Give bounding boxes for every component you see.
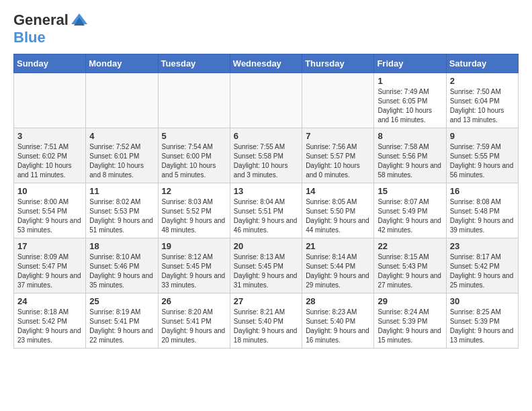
calendar-day-empty <box>302 73 374 128</box>
day-number: 27 <box>234 296 298 306</box>
calendar-day-26: 26Sunrise: 8:20 AM Sunset: 5:41 PM Dayli… <box>158 293 230 349</box>
day-number: 8 <box>378 131 442 141</box>
calendar-day-2: 2Sunrise: 7:50 AM Sunset: 6:04 PM Daylig… <box>446 73 518 128</box>
calendar-day-empty <box>158 73 230 128</box>
calendar-day-29: 29Sunrise: 8:24 AM Sunset: 5:39 PM Dayli… <box>374 293 446 349</box>
calendar-day-30: 30Sunrise: 8:25 AM Sunset: 5:39 PM Dayli… <box>446 293 518 349</box>
weekday-sunday: Sunday <box>14 54 86 73</box>
day-number: 7 <box>306 131 370 141</box>
calendar-day-19: 19Sunrise: 8:12 AM Sunset: 5:45 PM Dayli… <box>158 238 230 293</box>
day-info: Sunrise: 8:18 AM Sunset: 5:42 PM Dayligh… <box>17 308 82 345</box>
calendar-day-empty <box>86 73 158 128</box>
day-info: Sunrise: 8:07 AM Sunset: 5:49 PM Dayligh… <box>378 197 442 235</box>
day-info: Sunrise: 8:19 AM Sunset: 5:41 PM Dayligh… <box>89 308 154 345</box>
day-number: 20 <box>234 241 298 251</box>
calendar-day-4: 4Sunrise: 7:52 AM Sunset: 6:01 PM Daylig… <box>86 128 158 183</box>
calendar-table: SundayMondayTuesdayWednesdayThursdayFrid… <box>13 54 519 349</box>
day-info: Sunrise: 8:20 AM Sunset: 5:41 PM Dayligh… <box>162 308 226 345</box>
day-info: Sunrise: 8:05 AM Sunset: 5:50 PM Dayligh… <box>306 197 370 235</box>
calendar-day-21: 21Sunrise: 8:14 AM Sunset: 5:44 PM Dayli… <box>302 238 374 293</box>
day-info: Sunrise: 7:54 AM Sunset: 6:00 PM Dayligh… <box>162 142 226 180</box>
day-number: 4 <box>89 131 154 141</box>
day-number: 16 <box>450 186 515 196</box>
day-info: Sunrise: 8:04 AM Sunset: 5:51 PM Dayligh… <box>234 197 298 235</box>
day-number: 15 <box>378 186 442 196</box>
day-number: 2 <box>450 76 515 86</box>
day-info: Sunrise: 8:25 AM Sunset: 5:39 PM Dayligh… <box>450 308 515 345</box>
day-number: 28 <box>306 296 370 306</box>
weekday-saturday: Saturday <box>446 54 518 73</box>
page-header: General Blue <box>13 11 519 46</box>
day-number: 30 <box>450 296 515 306</box>
day-info: Sunrise: 7:59 AM Sunset: 5:55 PM Dayligh… <box>450 142 515 180</box>
calendar-day-7: 7Sunrise: 7:56 AM Sunset: 5:57 PM Daylig… <box>302 128 374 183</box>
day-info: Sunrise: 8:14 AM Sunset: 5:44 PM Dayligh… <box>306 253 370 290</box>
day-info: Sunrise: 8:09 AM Sunset: 5:47 PM Dayligh… <box>17 253 82 290</box>
day-number: 13 <box>234 186 298 196</box>
day-info: Sunrise: 8:24 AM Sunset: 5:39 PM Dayligh… <box>378 308 442 345</box>
day-number: 24 <box>17 296 82 306</box>
logo-icon <box>70 11 89 30</box>
day-number: 21 <box>306 241 370 251</box>
calendar-day-12: 12Sunrise: 8:03 AM Sunset: 5:52 PM Dayli… <box>158 183 230 238</box>
weekday-thursday: Thursday <box>302 54 374 73</box>
calendar-day-14: 14Sunrise: 8:05 AM Sunset: 5:50 PM Dayli… <box>302 183 374 238</box>
weekday-header-row: SundayMondayTuesdayWednesdayThursdayFrid… <box>14 54 519 73</box>
logo: General Blue <box>13 11 89 46</box>
day-number: 25 <box>89 296 154 306</box>
day-info: Sunrise: 8:15 AM Sunset: 5:43 PM Dayligh… <box>378 253 442 290</box>
day-info: Sunrise: 7:55 AM Sunset: 5:58 PM Dayligh… <box>234 142 298 180</box>
weekday-monday: Monday <box>86 54 158 73</box>
day-info: Sunrise: 7:51 AM Sunset: 6:02 PM Dayligh… <box>17 142 82 180</box>
day-info: Sunrise: 7:49 AM Sunset: 6:05 PM Dayligh… <box>378 87 442 125</box>
day-number: 29 <box>378 296 442 306</box>
calendar-day-28: 28Sunrise: 8:23 AM Sunset: 5:40 PM Dayli… <box>302 293 374 349</box>
day-number: 14 <box>306 186 370 196</box>
day-number: 5 <box>162 131 226 141</box>
calendar-day-11: 11Sunrise: 8:02 AM Sunset: 5:53 PM Dayli… <box>86 183 158 238</box>
day-info: Sunrise: 8:08 AM Sunset: 5:48 PM Dayligh… <box>450 197 515 235</box>
day-info: Sunrise: 7:52 AM Sunset: 6:01 PM Dayligh… <box>89 142 154 180</box>
day-info: Sunrise: 7:56 AM Sunset: 5:57 PM Dayligh… <box>306 142 370 180</box>
calendar-week-4: 17Sunrise: 8:09 AM Sunset: 5:47 PM Dayli… <box>14 238 519 293</box>
day-number: 18 <box>89 241 154 251</box>
day-number: 11 <box>89 186 154 196</box>
calendar-day-22: 22Sunrise: 8:15 AM Sunset: 5:43 PM Dayli… <box>374 238 446 293</box>
calendar-day-5: 5Sunrise: 7:54 AM Sunset: 6:00 PM Daylig… <box>158 128 230 183</box>
logo-text-blue: Blue <box>13 29 46 46</box>
calendar-day-17: 17Sunrise: 8:09 AM Sunset: 5:47 PM Dayli… <box>14 238 86 293</box>
calendar-day-empty <box>14 73 86 128</box>
day-number: 1 <box>378 76 442 86</box>
calendar-week-1: 1Sunrise: 7:49 AM Sunset: 6:05 PM Daylig… <box>14 73 519 128</box>
calendar-week-5: 24Sunrise: 8:18 AM Sunset: 5:42 PM Dayli… <box>14 293 519 349</box>
calendar-day-20: 20Sunrise: 8:13 AM Sunset: 5:45 PM Dayli… <box>230 238 302 293</box>
calendar-day-27: 27Sunrise: 8:21 AM Sunset: 5:40 PM Dayli… <box>230 293 302 349</box>
day-number: 19 <box>162 241 226 251</box>
day-number: 9 <box>450 131 515 141</box>
day-info: Sunrise: 8:21 AM Sunset: 5:40 PM Dayligh… <box>234 308 298 345</box>
day-info: Sunrise: 7:50 AM Sunset: 6:04 PM Dayligh… <box>450 87 515 125</box>
day-number: 23 <box>450 241 515 251</box>
calendar-day-9: 9Sunrise: 7:59 AM Sunset: 5:55 PM Daylig… <box>446 128 518 183</box>
calendar-day-8: 8Sunrise: 7:58 AM Sunset: 5:56 PM Daylig… <box>374 128 446 183</box>
day-number: 6 <box>234 131 298 141</box>
calendar-day-18: 18Sunrise: 8:10 AM Sunset: 5:46 PM Dayli… <box>86 238 158 293</box>
calendar-day-6: 6Sunrise: 7:55 AM Sunset: 5:58 PM Daylig… <box>230 128 302 183</box>
calendar-day-13: 13Sunrise: 8:04 AM Sunset: 5:51 PM Dayli… <box>230 183 302 238</box>
calendar-day-3: 3Sunrise: 7:51 AM Sunset: 6:02 PM Daylig… <box>14 128 86 183</box>
day-info: Sunrise: 8:17 AM Sunset: 5:42 PM Dayligh… <box>450 253 515 290</box>
logo-text-general: General <box>13 12 69 28</box>
day-number: 22 <box>378 241 442 251</box>
day-number: 26 <box>162 296 226 306</box>
day-info: Sunrise: 8:03 AM Sunset: 5:52 PM Dayligh… <box>162 197 226 235</box>
calendar-day-15: 15Sunrise: 8:07 AM Sunset: 5:49 PM Dayli… <box>374 183 446 238</box>
calendar-day-1: 1Sunrise: 7:49 AM Sunset: 6:05 PM Daylig… <box>374 73 446 128</box>
weekday-friday: Friday <box>374 54 446 73</box>
day-number: 3 <box>17 131 82 141</box>
day-info: Sunrise: 8:00 AM Sunset: 5:54 PM Dayligh… <box>17 197 82 235</box>
calendar-week-3: 10Sunrise: 8:00 AM Sunset: 5:54 PM Dayli… <box>14 183 519 238</box>
calendar-day-10: 10Sunrise: 8:00 AM Sunset: 5:54 PM Dayli… <box>14 183 86 238</box>
weekday-tuesday: Tuesday <box>158 54 230 73</box>
calendar-day-23: 23Sunrise: 8:17 AM Sunset: 5:42 PM Dayli… <box>446 238 518 293</box>
day-number: 10 <box>17 186 82 196</box>
